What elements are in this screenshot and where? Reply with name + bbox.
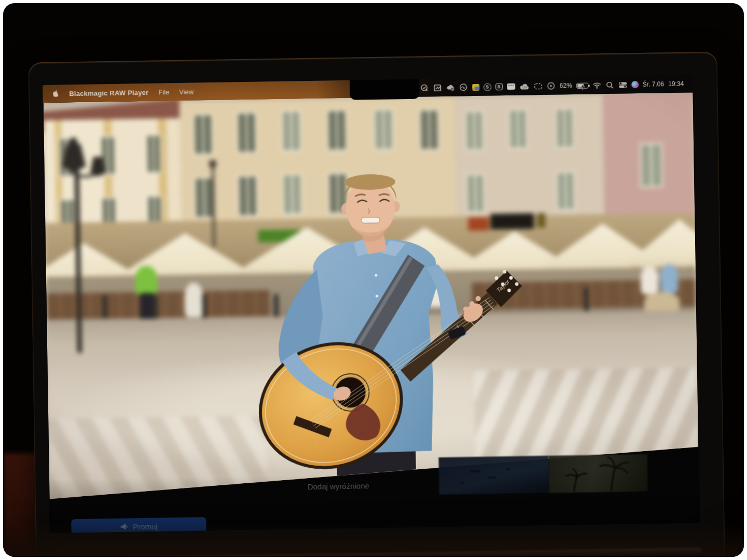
- gold-shop-badge: [537, 213, 545, 228]
- check-circle-icon[interactable]: [420, 83, 429, 92]
- featured-thumbnail-birds: [438, 456, 549, 495]
- macbook-laptop: Blackmagic RAW Player File View: [28, 52, 725, 557]
- app-menu-title[interactable]: Blackmagic RAW Player: [69, 88, 148, 97]
- apple-icon[interactable]: [50, 89, 59, 98]
- control-center-icon[interactable]: [618, 80, 627, 89]
- battery-charging-icon[interactable]: [576, 82, 588, 88]
- yellow-blue-app-icon[interactable]: [472, 83, 479, 90]
- svg-text:219: 219: [522, 86, 527, 89]
- siri-icon[interactable]: [631, 81, 639, 88]
- bollard: [202, 294, 207, 318]
- menu-bar-left: Blackmagic RAW Player File View: [43, 87, 193, 99]
- menu-bar-time[interactable]: 19:34: [668, 80, 684, 88]
- menu-view[interactable]: View: [179, 88, 193, 95]
- photo-background: Blackmagic RAW Player File View: [3, 3, 744, 557]
- window-dots-icon[interactable]: [507, 83, 515, 90]
- man-with-guitar: Taylor: [231, 157, 527, 501]
- bollard: [102, 295, 107, 318]
- bench-person-khaki: [644, 292, 680, 313]
- add-featured-label: Dodaj wyróżnione: [279, 481, 398, 492]
- desk-shadow: [3, 526, 744, 557]
- pavement-diagonal-stripes: [48, 415, 267, 503]
- s-badge-square-icon[interactable]: S: [495, 83, 503, 90]
- pedestrian-green-shirt: [135, 266, 158, 296]
- featured-thumbnail-palms: [548, 454, 647, 493]
- bench-person-white: [641, 266, 659, 295]
- bench-person-blue: [660, 264, 679, 293]
- smile: [361, 217, 380, 223]
- menu-bar-status-area: S S 219 62%: [420, 79, 694, 92]
- wifi-icon[interactable]: [592, 81, 601, 90]
- bollard: [153, 295, 158, 319]
- s-badge-circle-icon[interactable]: S: [483, 83, 491, 91]
- display-capture-icon[interactable]: [433, 83, 442, 92]
- camera-notch: [350, 79, 420, 100]
- battery-percent: 62%: [560, 82, 572, 89]
- cloud-sync-icon[interactable]: [446, 83, 455, 92]
- street-lamp-cap: [70, 137, 77, 145]
- pedestrian-white: [184, 283, 203, 317]
- menu-file[interactable]: File: [158, 88, 169, 96]
- screen-capture-icon[interactable]: [534, 81, 543, 90]
- spotlight-search-icon[interactable]: [605, 80, 614, 89]
- laptop-screen: Blackmagic RAW Player File View: [43, 75, 700, 533]
- play-circle-icon[interactable]: [547, 81, 556, 90]
- bollard: [584, 287, 589, 311]
- menu-bar-date[interactable]: Śr. 7.06: [643, 80, 665, 88]
- cloud-storage-badge-icon[interactable]: 219: [519, 82, 530, 91]
- video-frame: Taylor: [44, 92, 699, 503]
- photo-of-laptop: Blackmagic RAW Player File View: [0, 0, 747, 560]
- creative-cloud-icon[interactable]: [459, 83, 468, 92]
